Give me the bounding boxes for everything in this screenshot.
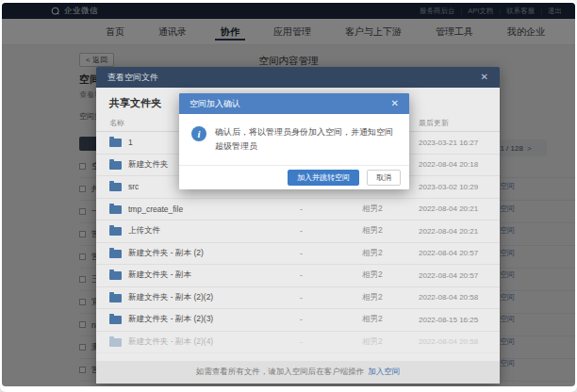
file-row[interactable]: 新建文件夹 - 副本-相男22022-08-04 20:57 <box>96 265 500 287</box>
file-creator: 相男2 <box>353 314 419 325</box>
file-name-cell: tmp_create_file <box>109 204 296 214</box>
file-size: - <box>296 249 353 258</box>
file-row[interactable]: tmp_create_file-相男22022-08-04 20:21 <box>96 199 500 221</box>
file-row[interactable]: 上传文件-相男22022-08-04 20:21 <box>96 220 500 243</box>
file-row[interactable]: 新建文件夹 - 副本 (2)(2)-相男22022-08-04 20:58 <box>96 287 500 310</box>
folder-icon <box>109 316 122 324</box>
file-row[interactable]: 新建文件夹 - 副本 (2)(4)-相男22022-08-04 20:58 <box>96 332 500 354</box>
folder-icon <box>109 183 122 191</box>
file-creator: 相男2 <box>353 225 419 237</box>
folder-icon <box>109 161 122 170</box>
footer-hint: 如需查看所有文件，请加入空间后在客户端操作 <box>196 367 365 378</box>
folder-icon <box>109 250 122 258</box>
files-dialog-header: 查看空间文件 ✕ <box>96 67 500 88</box>
file-name: tmp_create_file <box>128 204 183 214</box>
file-name-cell: 新建文件夹 - 副本 (2)(4) <box>109 336 296 348</box>
file-creator: 相男2 <box>353 204 419 215</box>
file-name: 新建文件夹 - 副本 (2)(4) <box>128 336 213 348</box>
file-updated: 2022-08-04 20:58 <box>419 293 486 302</box>
file-name: 1 <box>128 138 133 147</box>
file-name: src <box>128 182 139 191</box>
file-name: 新建文件夹 - 副本 (2)(3) <box>128 314 213 325</box>
column-updated: 最后更新 <box>419 118 486 128</box>
file-updated: 2022-08-15 16:25 <box>419 316 486 324</box>
close-icon[interactable]: ✕ <box>391 99 399 108</box>
files-dialog-footer: 如需查看所有文件，请加入空间后在客户端操作 加入空间 <box>96 361 500 384</box>
confirm-dialog-body: i 确认后，将以管理员身份加入空间，并通知空间超级管理员 <box>179 114 409 165</box>
files-dialog-title: 查看空间文件 <box>107 72 158 84</box>
join-space-link[interactable]: 加入空间 <box>368 367 400 378</box>
file-name: 上传文件 <box>128 225 160 237</box>
file-creator: 相男2 <box>353 270 419 281</box>
folder-icon <box>109 139 122 147</box>
file-name: 新建文件夹 <box>128 159 169 171</box>
browser-window: 企业微信 服务商后台|API文档|联系客服|退出 首页通讯录协作应用管理客户与上… <box>0 0 577 392</box>
file-name-cell: 新建文件夹 - 副本 (2)(2) <box>109 292 296 303</box>
file-creator: 相男2 <box>353 292 419 303</box>
file-name: 新建文件夹 - 副本 (2) <box>128 248 204 259</box>
file-size: - <box>296 204 353 214</box>
folder-icon <box>109 338 122 347</box>
file-updated: 2023-03-02 10:29 <box>419 183 486 191</box>
file-size: - <box>296 315 353 324</box>
file-size: - <box>296 293 353 302</box>
confirm-dialog-footer: 加入并跳转空间 取消 <box>179 165 409 189</box>
wecom-admin-app: 企业微信 服务商后台|API文档|联系客服|退出 首页通讯录协作应用管理客户与上… <box>2 3 575 386</box>
confirm-dialog-title: 空间加入确认 <box>190 98 240 110</box>
file-name: 新建文件夹 - 副本 (2)(2) <box>128 292 213 303</box>
info-icon: i <box>191 126 206 141</box>
file-name-cell: 新建文件夹 - 副本 (2)(3) <box>109 314 296 325</box>
file-updated: 2023-03-21 16:27 <box>419 139 486 147</box>
file-creator: 相男2 <box>353 248 419 259</box>
file-creator: 相男2 <box>353 336 419 348</box>
file-name-cell: 上传文件 <box>109 225 296 237</box>
file-size: - <box>296 226 353 236</box>
folder-icon <box>109 294 122 302</box>
file-updated: 2022-08-04 20:18 <box>419 160 486 169</box>
join-and-go-button[interactable]: 加入并跳转空间 <box>288 170 359 186</box>
file-size: - <box>296 337 353 347</box>
file-updated: 2022-08-04 20:58 <box>419 337 486 346</box>
folder-icon <box>109 271 122 280</box>
folder-icon <box>109 205 122 214</box>
confirm-message: 确认后，将以管理员身份加入空间，并通知空间超级管理员 <box>215 125 396 153</box>
file-updated: 2022-08-04 20:21 <box>419 227 486 236</box>
file-updated: 2022-08-04 20:57 <box>419 271 486 280</box>
file-row[interactable]: 新建文件夹 - 副本 (2)(3)-相男22022-08-15 16:25 <box>96 309 500 332</box>
file-updated: 2022-08-04 20:57 <box>419 249 486 257</box>
file-updated: 2022-08-04 20:21 <box>419 204 486 213</box>
file-size: - <box>296 270 353 280</box>
cancel-button[interactable]: 取消 <box>367 170 401 186</box>
close-icon[interactable]: ✕ <box>481 73 488 82</box>
folder-icon <box>109 227 122 236</box>
join-confirm-dialog: 空间加入确认 ✕ i 确认后，将以管理员身份加入空间，并通知空间超级管理员 加入… <box>179 93 409 189</box>
file-name-cell: 新建文件夹 - 副本 <box>109 270 296 281</box>
file-row[interactable]: 新建文件夹 - 副本 (2)-相男22022-08-04 20:57 <box>96 243 500 266</box>
file-name-cell: 新建文件夹 - 副本 (2) <box>109 248 296 259</box>
confirm-dialog-header: 空间加入确认 ✕ <box>179 93 409 114</box>
file-name: 新建文件夹 - 副本 <box>128 270 191 281</box>
